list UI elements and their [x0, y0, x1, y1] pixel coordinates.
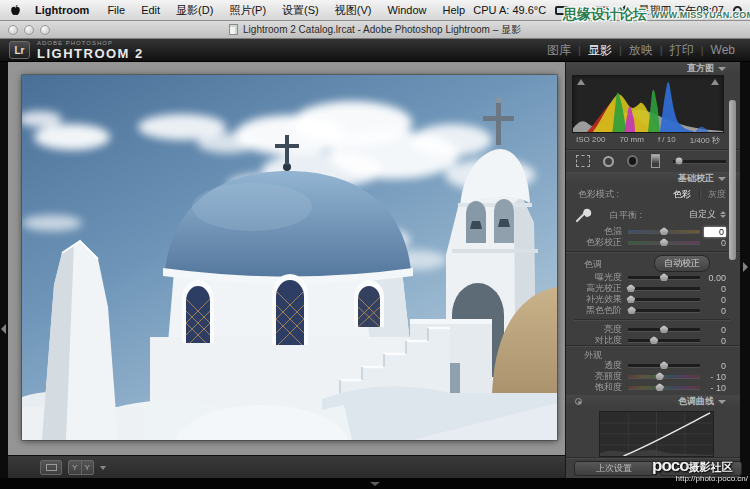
white-balance-eyedropper-icon[interactable]: [574, 202, 596, 224]
apple-menu-icon[interactable]: [10, 4, 21, 17]
exif-value: ISO 200: [576, 135, 605, 146]
targeted-adjustment-icon[interactable]: [575, 398, 582, 405]
photo-santorini-church[interactable]: [22, 75, 557, 440]
white-balance-row: 白平衡 : 自定义: [566, 204, 740, 224]
tone-label: 色调: [584, 258, 602, 271]
histogram[interactable]: [572, 75, 724, 133]
slider-tint[interactable]: 色彩校正0: [566, 237, 740, 248]
module-tab-3[interactable]: 打印: [670, 42, 694, 59]
module-tab-0[interactable]: 图库: [547, 42, 571, 59]
color-mode-color[interactable]: 色彩: [673, 188, 691, 201]
slider-value[interactable]: 0: [704, 227, 726, 237]
presence-sliders: 透度0亮丽度- 10饱和度- 10: [566, 360, 740, 393]
slider-track[interactable]: [628, 364, 700, 367]
after-label: Y: [82, 461, 94, 474]
menu-item[interactable]: Help: [443, 4, 466, 16]
slider-value[interactable]: 0: [700, 325, 726, 335]
slider-track[interactable]: [628, 375, 700, 378]
filmstrip-collapsed-strip[interactable]: [0, 478, 750, 489]
crop-tool-icon[interactable]: [576, 155, 590, 167]
module-tab-1[interactable]: 显影: [588, 42, 612, 59]
slider-track[interactable]: [628, 276, 700, 279]
tone-curve-graph[interactable]: [599, 411, 714, 457]
divider: |: [701, 44, 704, 56]
window-close-button[interactable]: [8, 25, 18, 35]
slider-knob[interactable]: [655, 383, 664, 391]
redeye-tool-icon[interactable]: [627, 155, 639, 167]
left-panel-collapsed-strip[interactable]: [0, 62, 8, 478]
menu-item[interactable]: 照片(P): [229, 3, 266, 18]
slider-knob[interactable]: [660, 325, 669, 333]
chevron-down-icon: [718, 67, 726, 71]
slider-knob[interactable]: [627, 306, 636, 314]
white-balance-preset-dropdown[interactable]: 自定义: [689, 208, 726, 221]
slider-value[interactable]: 0: [700, 336, 726, 346]
slider-value[interactable]: 0: [700, 238, 726, 248]
module-tab-web[interactable]: Web: [711, 43, 735, 57]
slider-track[interactable]: [628, 241, 700, 244]
slider-knob[interactable]: [649, 336, 658, 344]
slider-value[interactable]: - 10: [700, 383, 726, 393]
slider-value[interactable]: 0: [700, 361, 726, 371]
menu-item[interactable]: 设置(S): [282, 3, 319, 18]
highlight-clipping-icon[interactable]: [711, 79, 719, 85]
slider-track[interactable]: [628, 386, 700, 389]
slider-value[interactable]: 0: [700, 306, 726, 316]
tool-strip-slider-knob[interactable]: [676, 158, 683, 165]
develop-right-panel: 直方图 ISO 20070 mmf / 101/400 秒: [565, 62, 740, 478]
color-mode-grayscale[interactable]: 灰度: [708, 188, 726, 201]
menu-item[interactable]: Lightroom: [35, 4, 89, 16]
tool-strip-slider[interactable]: [673, 160, 726, 163]
before-label: Y: [69, 461, 82, 474]
menu-item[interactable]: Window: [387, 4, 426, 16]
previous-settings-button[interactable]: 上次设置: [574, 461, 654, 476]
panel-scrollbar[interactable]: [729, 100, 736, 260]
window-minimize-button[interactable]: [24, 25, 34, 35]
slider-value[interactable]: 0: [700, 295, 726, 305]
menu-item[interactable]: 显影(D): [176, 3, 213, 18]
slider-track[interactable]: [628, 309, 700, 312]
slider-track[interactable]: [628, 287, 700, 290]
shadow-clipping-icon[interactable]: [577, 79, 585, 85]
filmstrip-expand-icon[interactable]: [370, 482, 380, 486]
graduated-filter-tool-icon[interactable]: [651, 154, 660, 168]
menu-item[interactable]: 视图(V): [335, 3, 372, 18]
right-panel-edge-strip[interactable]: [740, 62, 750, 478]
left-panel-expand-icon[interactable]: [1, 324, 6, 334]
slider-knob[interactable]: [660, 227, 669, 235]
poco-brand-suffix: 摄影社区: [689, 461, 733, 473]
slider-track[interactable]: [628, 339, 700, 342]
view-options-caret-icon[interactable]: [100, 466, 106, 470]
loupe-view-button[interactable]: [40, 460, 62, 475]
divider: |: [660, 44, 663, 56]
slider-track[interactable]: [628, 230, 700, 233]
tone-curve-panel-header[interactable]: 色调曲线: [566, 395, 740, 408]
module-picker: 图库|显影|放映|打印|Web: [547, 42, 750, 59]
slider-knob[interactable]: [655, 372, 664, 380]
slider-knob[interactable]: [660, 273, 669, 281]
slider-track[interactable]: [628, 328, 700, 331]
slider-track[interactable]: [628, 298, 700, 301]
document-icon: [229, 24, 238, 35]
slider-saturation[interactable]: 饱和度- 10: [566, 382, 740, 393]
exif-value: 70 mm: [619, 135, 643, 146]
cpu-temp-status[interactable]: CPU A: 49.6°C: [473, 4, 546, 16]
brand-lightroom: LIGHTROOM 2: [37, 47, 144, 60]
histogram-panel-header[interactable]: 直方图: [566, 62, 740, 75]
menu-item[interactable]: File: [107, 4, 125, 16]
slider-value[interactable]: - 10: [700, 372, 726, 382]
before-after-view-button[interactable]: Y Y: [68, 460, 94, 475]
slider-knob[interactable]: [660, 238, 669, 246]
slider-knob[interactable]: [660, 361, 669, 369]
basic-panel-header[interactable]: 基础校正: [566, 172, 740, 185]
divider: [699, 190, 700, 199]
window-zoom-button[interactable]: [40, 25, 50, 35]
auto-tone-button[interactable]: 自动校正: [654, 255, 710, 272]
slider-value[interactable]: 0.00: [700, 273, 726, 283]
slider-value[interactable]: 0: [700, 284, 726, 294]
spot-removal-tool-icon[interactable]: [603, 156, 614, 167]
module-tab-2[interactable]: 放映: [629, 42, 653, 59]
menu-item[interactable]: Edit: [141, 4, 160, 16]
right-panel-collapse-icon[interactable]: [743, 262, 748, 272]
slider-blacks[interactable]: 黑色色阶0: [566, 305, 740, 316]
